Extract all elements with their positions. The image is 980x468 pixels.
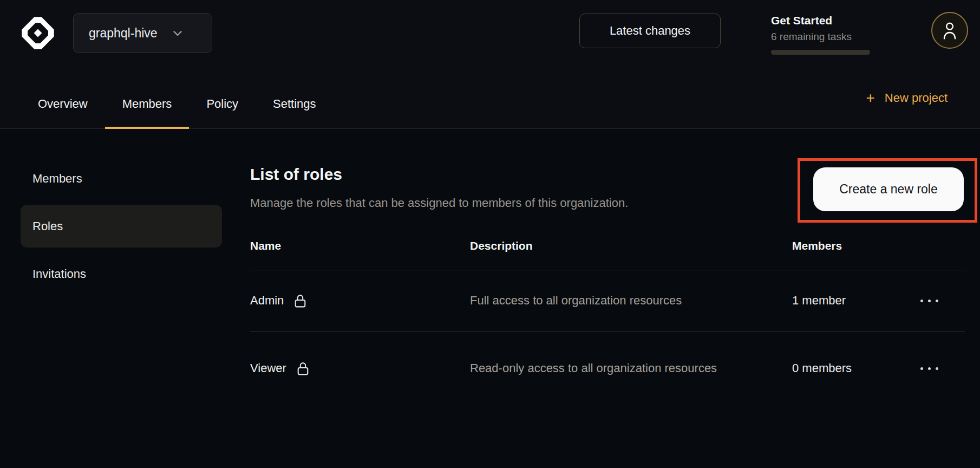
organization-name: graphql-hive (89, 26, 158, 41)
column-header-name: Name (250, 233, 470, 252)
tab-overview[interactable]: Overview (21, 81, 105, 129)
hive-logo-icon (20, 15, 56, 51)
column-header-description: Description (470, 233, 792, 252)
role-members-count: 0 members (792, 361, 920, 375)
sidebar-item-invitations[interactable]: Invitations (21, 252, 222, 295)
organization-selector[interactable]: graphql-hive (73, 13, 212, 53)
lock-icon (296, 361, 310, 376)
ellipsis-icon (920, 367, 923, 370)
app-header: graphql-hive Latest changes Get Started … (0, 0, 980, 129)
user-avatar-button[interactable] (931, 12, 968, 49)
table-row[interactable]: Admin Full access to all organization re… (250, 270, 965, 332)
chevron-down-icon (171, 26, 185, 40)
column-header-members: Members (792, 233, 920, 252)
create-new-role-button[interactable]: Create a new role (813, 167, 964, 211)
sidebar-item-roles[interactable]: Roles (21, 205, 222, 248)
plus-icon: + (866, 92, 874, 104)
role-row-menu-button[interactable] (920, 294, 938, 308)
members-section-sidebar: Members Roles Invitations (21, 157, 222, 295)
page-subtitle: Manage the roles that can be assigned to… (250, 196, 628, 210)
sidebar-item-members[interactable]: Members (21, 157, 222, 200)
role-description: Full access to all organization resource… (470, 290, 730, 311)
get-started-widget[interactable]: Get Started 6 remaining tasks (771, 14, 870, 55)
table-row[interactable]: Viewer Read-only access to all organizat… (250, 332, 965, 405)
role-name: Viewer (250, 361, 286, 375)
page-title: List of roles (250, 165, 342, 184)
tab-members[interactable]: Members (105, 81, 190, 129)
get-started-title: Get Started (771, 14, 870, 27)
latest-changes-label: Latest changes (610, 24, 690, 38)
role-description: Read-only access to all organization res… (470, 358, 730, 379)
new-project-button[interactable]: + New project (866, 91, 948, 105)
get-started-progress-bar (771, 50, 870, 55)
role-name: Admin (250, 294, 284, 308)
tab-settings[interactable]: Settings (256, 81, 334, 129)
get-started-remaining-tasks: 6 remaining tasks (771, 31, 870, 43)
role-row-menu-button[interactable] (920, 362, 938, 375)
tab-policy[interactable]: Policy (189, 81, 256, 129)
new-project-label: New project (885, 91, 948, 105)
org-tab-bar: Overview Members Policy Settings (21, 81, 334, 129)
ellipsis-icon (920, 300, 923, 302)
roles-table-header: Name Description Members (250, 233, 965, 270)
user-icon (941, 21, 958, 40)
lock-icon (293, 293, 307, 309)
latest-changes-button[interactable]: Latest changes (579, 14, 721, 48)
role-members-count: 1 member (792, 294, 920, 308)
roles-table: Name Description Members Admin Full acce… (250, 233, 965, 405)
